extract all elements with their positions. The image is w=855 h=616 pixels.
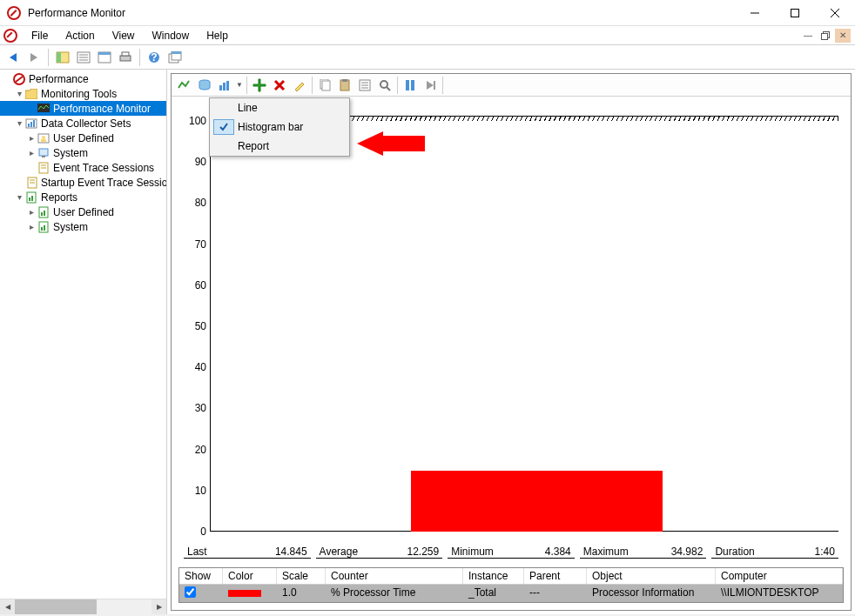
- graph-type-dropdown-arrow[interactable]: ▼: [235, 81, 244, 89]
- col-header-scale[interactable]: Scale: [277, 568, 326, 584]
- tree-node-rep-user-defined[interactable]: ▸ User Defined: [0, 204, 166, 219]
- tree-node-monitoring-tools[interactable]: ▾ Monitoring Tools: [0, 86, 166, 101]
- forward-button[interactable]: [24, 48, 44, 67]
- new-window-button[interactable]: [165, 48, 185, 67]
- stat-minimum-label: Minimum: [451, 546, 494, 558]
- trace-icon: [37, 161, 50, 175]
- counter-color-swatch: [223, 585, 277, 602]
- stat-last-value: 14.845: [275, 546, 307, 558]
- maximize-button[interactable]: [775, 0, 815, 26]
- trace-icon: [26, 176, 38, 190]
- change-graph-type-button[interactable]: [215, 76, 234, 95]
- zoom-button[interactable]: [375, 76, 394, 95]
- tree-node-event-trace[interactable]: Event Trace Sessions: [0, 160, 166, 175]
- expander-icon[interactable]: ▾: [14, 192, 24, 202]
- y-axis-tick: 50: [184, 320, 206, 332]
- freeze-display-button[interactable]: [401, 76, 420, 95]
- expander-icon[interactable]: ▸: [26, 222, 37, 231]
- y-axis-tick: 70: [184, 238, 206, 251]
- menu-help[interactable]: Help: [198, 28, 237, 44]
- scroll-right-button[interactable]: ▶: [151, 599, 166, 614]
- counter-object: Processor Information: [587, 585, 716, 602]
- tree-node-startup-trace[interactable]: Startup Event Trace Sessions: [0, 175, 166, 190]
- app-icon: [7, 6, 21, 20]
- window-title: Performance Monitor: [28, 7, 735, 19]
- tree-label: Monitoring Tools: [41, 88, 117, 100]
- svg-rect-47: [44, 225, 45, 231]
- scroll-track[interactable]: [15, 599, 151, 614]
- scroll-thumb[interactable]: [15, 599, 97, 614]
- mdi-restore-button[interactable]: [818, 29, 833, 43]
- svg-rect-50: [223, 83, 226, 90]
- scroll-left-button[interactable]: ◀: [0, 599, 15, 614]
- dropdown-item-report[interactable]: Report: [210, 137, 349, 156]
- properties-button[interactable]: [355, 76, 374, 95]
- counter-show-checkbox[interactable]: [179, 585, 223, 602]
- svg-rect-51: [226, 81, 229, 90]
- print-button[interactable]: [116, 48, 135, 67]
- expander-icon[interactable]: ▾: [14, 89, 24, 98]
- export-list-button[interactable]: [95, 48, 114, 67]
- col-header-computer[interactable]: Computer: [716, 568, 843, 584]
- mdi-close-button[interactable]: ✕: [835, 29, 851, 43]
- tree-node-rep-system[interactable]: ▸ System: [0, 219, 166, 234]
- back-button[interactable]: [3, 48, 23, 67]
- mdi-minimize-button[interactable]: —: [800, 29, 816, 43]
- view-current-activity-button[interactable]: [175, 76, 194, 95]
- show-hide-tree-button[interactable]: [53, 48, 72, 67]
- content-area: Performance ▾ Monitoring Tools Performan…: [0, 70, 855, 614]
- svg-rect-15: [122, 52, 129, 56]
- expander-icon[interactable]: ▸: [26, 148, 37, 157]
- tree-horizontal-scrollbar[interactable]: ◀ ▶: [0, 599, 166, 614]
- highlight-button[interactable]: [290, 76, 309, 95]
- graph-type-dropdown[interactable]: Line Histogram bar Report: [209, 97, 350, 157]
- svg-point-29: [42, 136, 45, 139]
- tree-node-reports[interactable]: ▾ Reports: [0, 190, 166, 204]
- delete-counter-button[interactable]: [270, 76, 289, 95]
- paste-counter-list-button[interactable]: [335, 76, 354, 95]
- navigation-tree[interactable]: Performance ▾ Monitoring Tools Performan…: [0, 70, 166, 599]
- menu-view[interactable]: View: [104, 28, 144, 44]
- copy-properties-button[interactable]: [315, 76, 334, 95]
- close-button[interactable]: [815, 0, 855, 26]
- col-header-counter[interactable]: Counter: [326, 568, 463, 584]
- svg-rect-44: [44, 211, 45, 216]
- dropdown-item-label: Line: [238, 102, 258, 114]
- view-log-data-button[interactable]: [195, 76, 214, 95]
- minimize-button[interactable]: [735, 0, 775, 26]
- update-data-button[interactable]: [421, 76, 440, 95]
- expander-icon[interactable]: ▸: [26, 207, 37, 217]
- report-icon: [37, 205, 50, 219]
- tree-label: Event Trace Sessions: [53, 162, 154, 174]
- tree-node-performance[interactable]: Performance: [0, 71, 166, 86]
- col-header-show[interactable]: Show: [179, 568, 223, 584]
- y-axis-tick: 10: [184, 485, 206, 497]
- svg-rect-7: [57, 52, 61, 63]
- menu-window[interactable]: Window: [144, 28, 199, 44]
- y-axis-tick: 0: [184, 526, 206, 538]
- menu-file[interactable]: File: [23, 28, 57, 44]
- tree-node-data-collector-sets[interactable]: ▾ Data Collector Sets: [0, 116, 166, 131]
- menu-action[interactable]: Action: [57, 28, 103, 44]
- counter-row[interactable]: 1.0 % Processor Time _Total --- Processo…: [179, 585, 843, 602]
- expander-icon[interactable]: ▸: [26, 133, 37, 143]
- add-counter-button[interactable]: [250, 76, 269, 95]
- help-button[interactable]: ?: [145, 48, 164, 67]
- svg-rect-13: [98, 52, 111, 55]
- tree-node-dcs-system[interactable]: ▸ System: [0, 145, 166, 160]
- document-icon: [3, 29, 17, 43]
- col-header-object[interactable]: Object: [587, 568, 716, 584]
- tree-node-dcs-user-defined[interactable]: ▸ User Defined: [0, 131, 166, 145]
- col-header-instance[interactable]: Instance: [463, 568, 524, 584]
- col-header-color[interactable]: Color: [223, 568, 277, 584]
- svg-line-22: [16, 77, 23, 82]
- mmc-toolbar: ?: [0, 45, 855, 70]
- dropdown-item-line[interactable]: Line: [210, 98, 349, 117]
- histogram-bar: [411, 471, 663, 532]
- dropdown-item-histogram[interactable]: Histogram bar: [210, 117, 349, 137]
- tree-node-performance-monitor[interactable]: Performance Monitor: [0, 101, 166, 116]
- tree-label: System: [53, 221, 88, 233]
- col-header-parent[interactable]: Parent: [524, 568, 587, 584]
- expander-icon[interactable]: ▾: [14, 118, 24, 128]
- properties-button[interactable]: [74, 48, 93, 67]
